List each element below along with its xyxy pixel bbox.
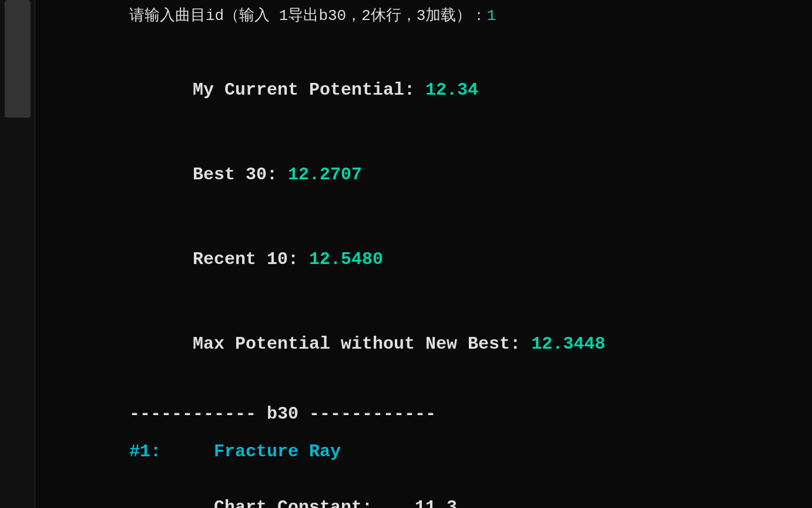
- top-line-prefix: 请输入曲目id（输入 1导出b30，2休行，3加载）：: [129, 7, 486, 25]
- best30-line: Best 30: 12.2707: [129, 132, 812, 217]
- entry-1-title: #1: Fracture Ray: [129, 442, 812, 462]
- current-potential-label: My Current Potential:: [193, 80, 425, 100]
- current-potential-value: 12.34: [425, 80, 478, 100]
- scrollbar-thumb[interactable]: [5, 0, 31, 118]
- recent10-label: Recent 10:: [193, 249, 309, 269]
- top-line-value: 1: [486, 7, 496, 25]
- max-potential-value: 12.3448: [531, 334, 605, 354]
- entry-1-rank: #1:: [129, 442, 161, 462]
- top-line-text: 请输入曲目id（输入 1导出b30，2休行，3加载）：1: [129, 5, 496, 25]
- main-container: 请输入曲目id（输入 1导出b30，2休行，3加载）：1 My Current …: [35, 0, 812, 508]
- best30-label: Best 30:: [193, 165, 288, 185]
- recent10-line: Recent 10: 12.5480: [129, 217, 812, 302]
- entry-1: #1: Fracture Ray Chart Constant: 11.3 Pe…: [129, 442, 812, 508]
- max-potential-label: Max Potential without New Best:: [193, 334, 531, 354]
- max-potential-line: Max Potential without New Best: 12.3448: [129, 302, 812, 386]
- b30-divider: ------------ b30 ------------: [129, 404, 812, 424]
- scrollbar-area[interactable]: [0, 0, 35, 508]
- best30-value: 12.2707: [288, 165, 362, 185]
- entry-1-chart-constant-value: 11.3: [415, 497, 457, 508]
- recent10-value: 12.5480: [309, 249, 383, 269]
- entry-1-name: Fracture Ray: [214, 442, 341, 462]
- top-bar: 请输入曲目id（输入 1导出b30，2休行，3加载）：1: [82, 0, 812, 30]
- current-potential-line: My Current Potential: 12.34: [129, 48, 812, 132]
- stats-block: My Current Potential: 12.34 Best 30: 12.…: [82, 30, 812, 508]
- entry-1-chart-constant-label: Chart Constant:: [214, 497, 415, 508]
- entry-1-chart-constant: Chart Constant: 11.3: [129, 465, 812, 508]
